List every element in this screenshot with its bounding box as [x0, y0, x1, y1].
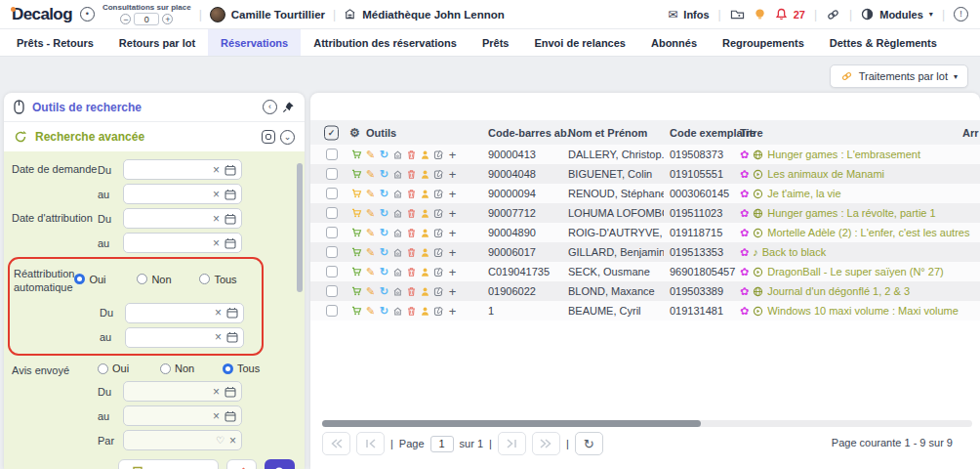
- first-page-button[interactable]: [356, 432, 385, 455]
- reattribution-oui-radio[interactable]: Oui: [74, 274, 137, 285]
- cart-icon[interactable]: [351, 168, 362, 180]
- trash-icon[interactable]: [406, 247, 417, 258]
- folder-icon[interactable]: [730, 8, 745, 21]
- calendar-icon[interactable]: [226, 331, 238, 343]
- link-icon[interactable]: [826, 8, 840, 21]
- add-icon[interactable]: +: [447, 285, 458, 298]
- avis-non-radio[interactable]: Non: [160, 362, 223, 374]
- modules-menu[interactable]: Modules ▾: [861, 8, 933, 21]
- calendar-icon[interactable]: [225, 213, 236, 225]
- tab-prets-retours[interactable]: Prêts - Retours: [4, 29, 106, 56]
- avis-par-input[interactable]: [129, 435, 211, 446]
- row-checkbox[interactable]: [326, 227, 338, 238]
- calendar-icon[interactable]: [226, 307, 238, 319]
- edit-pencil-icon[interactable]: ✎: [365, 169, 376, 180]
- person-icon[interactable]: [420, 267, 430, 277]
- home-icon[interactable]: [392, 189, 403, 199]
- add-icon[interactable]: +: [447, 207, 458, 220]
- row-checkbox[interactable]: [326, 207, 338, 219]
- note-icon[interactable]: [433, 247, 444, 258]
- horizontal-scrollbar[interactable]: [322, 420, 972, 427]
- add-icon[interactable]: +: [447, 246, 458, 259]
- avis-du-field[interactable]: ×: [123, 381, 242, 402]
- library-selector[interactable]: Médiathèque John Lennon: [344, 8, 505, 21]
- reattribution-au-input[interactable]: [131, 332, 210, 343]
- person-icon[interactable]: [420, 149, 430, 160]
- save-search-button[interactable]: Enregistrer: [118, 459, 219, 469]
- row-checkbox[interactable]: [326, 305, 338, 317]
- edit-pencil-icon[interactable]: ✎: [365, 306, 376, 317]
- edit-pencil-icon[interactable]: ✎: [365, 149, 376, 160]
- lamp-icon[interactable]: [754, 8, 766, 21]
- add-icon[interactable]: +: [447, 168, 458, 181]
- tab-abonnes[interactable]: Abonnés: [638, 29, 710, 56]
- clear-icon[interactable]: ×: [213, 164, 220, 176]
- note-icon[interactable]: [433, 286, 444, 297]
- calendar-icon[interactable]: [225, 189, 236, 200]
- cart-icon[interactable]: [351, 305, 362, 317]
- row-checkbox[interactable]: [326, 266, 338, 277]
- search-button[interactable]: [265, 459, 295, 469]
- edit-pencil-icon[interactable]: ✎: [365, 267, 376, 277]
- col-name[interactable]: Nom et Prénom: [568, 127, 647, 139]
- note-icon[interactable]: [433, 208, 444, 219]
- row-checkbox[interactable]: [326, 246, 338, 258]
- col-title[interactable]: Titre: [740, 127, 763, 139]
- home-icon[interactable]: [392, 247, 403, 258]
- row-checkbox[interactable]: [326, 168, 338, 180]
- batch-processing-button[interactable]: Traitements par lot ▾: [830, 64, 968, 88]
- date-attribution-du-input[interactable]: [129, 213, 208, 224]
- tab-envoi-relances[interactable]: Envoi de relances: [521, 29, 638, 56]
- date-demande-du-input[interactable]: [129, 164, 208, 175]
- reassign-icon[interactable]: ↻: [379, 208, 389, 219]
- notifications-button[interactable]: 27: [775, 8, 805, 21]
- date-attribution-du-field[interactable]: ×: [123, 208, 242, 229]
- date-demande-au-field[interactable]: ×: [123, 184, 242, 204]
- reassign-icon[interactable]: ↻: [379, 267, 389, 277]
- reassign-icon[interactable]: ↻: [379, 286, 389, 297]
- reattribution-du-field[interactable]: ×: [125, 303, 244, 323]
- select-all-checkbox[interactable]: ✓: [324, 125, 339, 140]
- reattribution-au-field[interactable]: ×: [125, 327, 244, 348]
- date-demande-au-input[interactable]: [129, 189, 208, 199]
- note-icon[interactable]: [433, 169, 444, 180]
- reassign-icon[interactable]: ↻: [379, 228, 389, 238]
- calendar-icon[interactable]: [225, 237, 236, 249]
- user-menu[interactable]: Camille Tourtillier: [210, 7, 325, 22]
- person-icon[interactable]: [420, 286, 430, 297]
- avis-oui-radio[interactable]: Oui: [98, 362, 160, 374]
- person-icon[interactable]: [420, 228, 430, 238]
- row-checkbox[interactable]: [326, 149, 338, 160]
- edit-pencil-icon[interactable]: ✎: [365, 189, 376, 199]
- cart-icon[interactable]: [351, 266, 362, 277]
- note-icon[interactable]: [433, 306, 444, 317]
- clear-icon[interactable]: ×: [215, 307, 222, 319]
- add-icon[interactable]: +: [447, 227, 458, 239]
- window-icon[interactable]: [262, 130, 275, 144]
- clear-icon[interactable]: ×: [213, 410, 220, 422]
- col-barcode[interactable]: Code-barres ab.: [488, 127, 570, 139]
- refresh-button[interactable]: ↻: [575, 432, 603, 455]
- col-outils[interactable]: Outils: [366, 127, 396, 139]
- clear-icon[interactable]: ×: [213, 189, 220, 200]
- trash-icon[interactable]: [406, 306, 417, 317]
- reattribution-tous-radio[interactable]: Tous: [199, 274, 262, 285]
- cart-icon[interactable]: [351, 246, 362, 258]
- clear-icon[interactable]: ×: [213, 386, 220, 398]
- reassign-icon[interactable]: ↻: [379, 189, 389, 199]
- trash-icon[interactable]: [406, 286, 417, 297]
- add-icon[interactable]: +: [447, 188, 458, 200]
- trash-icon[interactable]: [406, 169, 417, 180]
- clear-icon[interactable]: ×: [229, 435, 236, 447]
- reassign-icon[interactable]: ↻: [379, 306, 389, 317]
- clear-icon[interactable]: ×: [213, 213, 220, 225]
- calendar-icon[interactable]: [225, 164, 236, 176]
- home-icon[interactable]: [392, 169, 403, 180]
- tab-regroupements[interactable]: Regroupements: [710, 29, 817, 56]
- row-checkbox[interactable]: [326, 188, 338, 199]
- cart-icon[interactable]: [351, 227, 362, 238]
- add-icon[interactable]: +: [447, 266, 458, 278]
- reattribution-du-input[interactable]: [131, 308, 210, 319]
- note-icon[interactable]: [433, 149, 444, 160]
- note-icon[interactable]: [433, 189, 444, 199]
